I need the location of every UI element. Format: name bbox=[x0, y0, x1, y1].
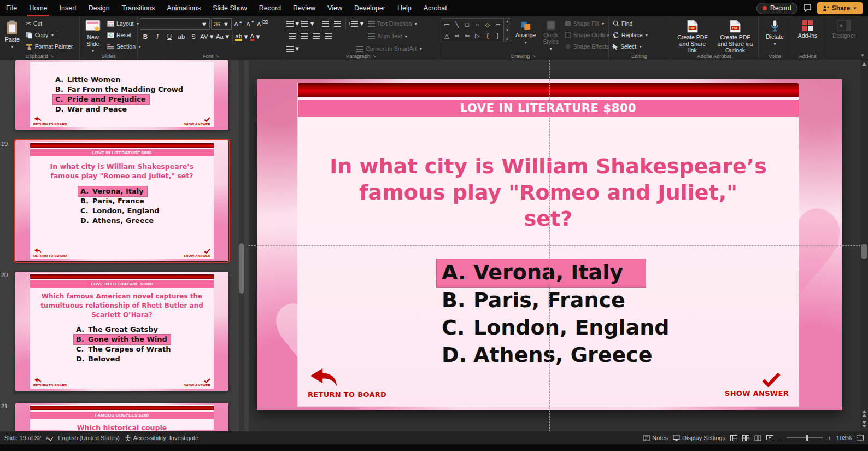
paste-button[interactable]: Paste ▼ bbox=[2, 18, 22, 52]
underline-button[interactable]: U bbox=[164, 31, 175, 42]
more-shapes-icon[interactable]: ≡ bbox=[506, 37, 508, 40]
spellcheck-button[interactable]: A bbox=[46, 435, 53, 441]
shape-square-icon[interactable]: □ bbox=[465, 22, 469, 28]
return-to-board-button[interactable]: RETURN TO BOARD bbox=[308, 367, 386, 399]
convert-to-smartart-button[interactable]: Convert to SmartArt▼ bbox=[355, 43, 424, 54]
menu-transitions[interactable]: Transitions bbox=[116, 0, 161, 16]
align-left-button[interactable] bbox=[286, 31, 297, 42]
slide-title-bar[interactable]: LOVE IN LITERATURE $800 bbox=[298, 100, 799, 117]
increase-font-size-button[interactable]: A▲ bbox=[233, 19, 244, 30]
language-indicator[interactable]: English (United States) bbox=[58, 435, 120, 441]
dialog-launcher-icon[interactable]: ↘ bbox=[215, 54, 219, 58]
menu-acrobat[interactable]: Acrobat bbox=[418, 0, 453, 16]
align-text-button[interactable]: Align Text▼ bbox=[366, 31, 409, 42]
scroll-down-icon[interactable]: ▼ bbox=[506, 28, 509, 32]
slide-19-thumbnail[interactable]: LOVE IN LITERATURE $800 In what city is … bbox=[15, 140, 228, 261]
comments-icon[interactable] bbox=[803, 4, 812, 13]
shape-rect-icon[interactable]: ▭ bbox=[444, 22, 449, 28]
zoom-level[interactable]: 103% bbox=[836, 435, 852, 441]
answer-option-b[interactable]: B.Paris, France bbox=[442, 288, 631, 314]
shape-brace-close-icon[interactable]: } bbox=[497, 33, 499, 39]
menu-animations[interactable]: Animations bbox=[161, 0, 207, 16]
character-spacing-button[interactable]: AV▼ bbox=[200, 31, 215, 42]
increase-indent-button[interactable] bbox=[332, 18, 343, 29]
italic-button[interactable]: I bbox=[152, 31, 163, 42]
select-button[interactable]: Select▼ bbox=[611, 41, 667, 52]
slide-21-thumbnail[interactable]: FAMOUS COUPLES $200 Which historical cou… bbox=[15, 403, 228, 431]
menu-file[interactable]: File bbox=[0, 0, 23, 16]
text-direction-button[interactable]: Text Direction▼ bbox=[366, 18, 420, 29]
slide-editor[interactable]: ♥ ♥ ♥ LOVE IN LITERATURE $800 In what ci… bbox=[249, 60, 868, 431]
find-button[interactable]: Find bbox=[611, 18, 667, 29]
record-button[interactable]: Record bbox=[756, 3, 797, 14]
shape-arrow-right-icon[interactable]: ⇨ bbox=[454, 33, 459, 39]
next-slide-button[interactable] bbox=[862, 421, 866, 428]
thumbnail-scrollbar-thumb[interactable] bbox=[239, 243, 244, 294]
text-shadow-button[interactable]: S bbox=[188, 31, 199, 42]
replace-button[interactable]: Replace▼ bbox=[611, 30, 667, 40]
arrange-button[interactable]: Arrange ▼ bbox=[513, 18, 538, 48]
slide-sorter-view-button[interactable] bbox=[742, 435, 749, 441]
dialog-launcher-icon[interactable]: ↘ bbox=[532, 54, 536, 58]
dictate-button[interactable]: Dictate ▼ bbox=[761, 18, 789, 49]
accessibility-checker[interactable]: Accessibility: Investigate bbox=[125, 435, 198, 441]
slideshow-view-button[interactable] bbox=[766, 435, 773, 441]
menu-record[interactable]: Record bbox=[253, 0, 287, 16]
slide-canvas[interactable]: ♥ ♥ ♥ LOVE IN LITERATURE $800 In what ci… bbox=[257, 79, 842, 410]
scroll-up-icon[interactable] bbox=[862, 62, 866, 66]
align-center-button[interactable] bbox=[298, 31, 309, 42]
zoom-in-button[interactable]: + bbox=[828, 435, 831, 441]
justify-button[interactable] bbox=[322, 31, 333, 42]
shapes-gallery-scroll[interactable]: ▲▼≡ bbox=[504, 18, 511, 42]
clear-formatting-button[interactable]: A⌫ bbox=[257, 19, 268, 30]
answer-option-c[interactable]: C.London, England bbox=[442, 315, 675, 342]
reading-view-button[interactable] bbox=[754, 435, 761, 441]
shape-line-icon[interactable]: ╲ bbox=[455, 22, 459, 28]
font-name-combo[interactable]: ▼ bbox=[140, 18, 210, 30]
line-spacing-button[interactable]: ↕▼ bbox=[348, 18, 365, 29]
fit-to-window-button[interactable] bbox=[857, 435, 864, 441]
add-ins-button[interactable]: Add-ins bbox=[794, 18, 822, 40]
shapes-gallery[interactable]: ▭╲□○◇▱ △⇨⇦▷{} bbox=[441, 18, 504, 42]
cut-button[interactable]: ✂Cut bbox=[24, 18, 74, 29]
decrease-font-size-button[interactable]: A▼ bbox=[245, 19, 256, 30]
answer-option-d[interactable]: D.Athens, Greece bbox=[442, 342, 658, 369]
shape-diamond-icon[interactable]: ◇ bbox=[485, 22, 490, 28]
format-painter-button[interactable]: Format Painter bbox=[24, 41, 74, 52]
columns-button[interactable]: ▼ bbox=[286, 43, 300, 54]
text-highlight-button[interactable]: ab▼ bbox=[235, 31, 249, 42]
designer-button[interactable]: Designer bbox=[826, 18, 861, 40]
change-case-button[interactable]: Aa▼ bbox=[216, 31, 230, 42]
answer-option-a-highlighted[interactable]: A.Verona, Italy bbox=[437, 259, 646, 287]
normal-view-button[interactable] bbox=[730, 435, 737, 441]
editor-scrollbar[interactable] bbox=[860, 60, 868, 431]
show-answer-button[interactable]: SHOW ANSWER bbox=[725, 372, 789, 397]
dialog-launcher-icon[interactable]: ↘ bbox=[372, 54, 376, 58]
menu-view[interactable]: View bbox=[321, 0, 348, 16]
create-pdf-outlook-button[interactable]: PDF Create PDF and Share via Outlook bbox=[714, 18, 756, 55]
thumbnail-scrollbar[interactable] bbox=[239, 60, 244, 431]
align-right-button[interactable] bbox=[310, 31, 321, 42]
menu-help[interactable]: Help bbox=[391, 0, 418, 16]
collapse-ribbon-icon[interactable]: ▼ bbox=[860, 53, 865, 58]
scroll-up-icon[interactable]: ▲ bbox=[506, 20, 509, 23]
notes-toggle[interactable]: Notes bbox=[643, 435, 668, 441]
slide-options-textbox[interactable]: A.Verona, Italy B.Paris, France C.London… bbox=[442, 259, 675, 370]
menu-slide-show[interactable]: Slide Show bbox=[207, 0, 253, 16]
new-slide-button[interactable]: New Slide ▼ bbox=[82, 18, 104, 56]
quick-styles-button[interactable]: Quick Styles ▼ bbox=[540, 18, 561, 54]
shape-triangle-icon[interactable]: △ bbox=[444, 33, 449, 39]
share-button[interactable]: Share ▼ bbox=[817, 2, 863, 14]
decrease-indent-button[interactable] bbox=[320, 18, 331, 29]
menu-home[interactable]: Home bbox=[23, 0, 53, 16]
menu-review[interactable]: Review bbox=[287, 0, 321, 16]
slide-question-textbox[interactable]: In what city is William Shakespeare’s fa… bbox=[298, 153, 799, 232]
zoom-out-button[interactable]: − bbox=[778, 435, 782, 441]
menu-developer[interactable]: Developer bbox=[348, 0, 391, 16]
shape-pointer-icon[interactable]: ▷ bbox=[475, 33, 479, 39]
strikethrough-button[interactable]: ab bbox=[176, 31, 187, 42]
previous-slide-button[interactable] bbox=[862, 410, 866, 417]
zoom-slider[interactable] bbox=[787, 437, 823, 438]
zoom-slider-thumb[interactable] bbox=[806, 435, 808, 441]
shape-circle-icon[interactable]: ○ bbox=[476, 22, 479, 28]
